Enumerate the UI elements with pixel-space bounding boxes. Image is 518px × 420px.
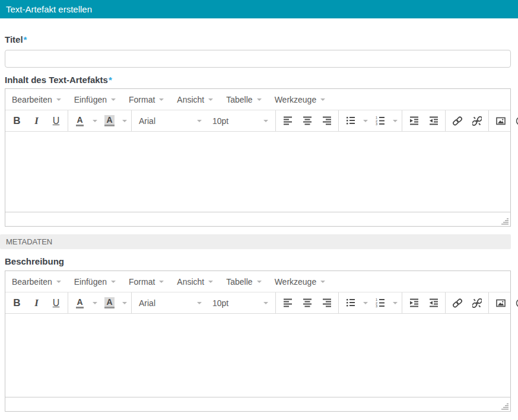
- align-left-icon: [283, 298, 293, 308]
- background-color-menu-button[interactable]: [119, 113, 129, 129]
- link-icon: [453, 116, 462, 126]
- numbered-list-menu-button[interactable]: [390, 113, 400, 129]
- font-family-select[interactable]: Arial: [134, 113, 207, 129]
- chevron-down-icon: [320, 281, 325, 283]
- emoticons-button[interactable]: [510, 113, 518, 129]
- align-right-icon: [322, 298, 332, 308]
- numbered-list-button[interactable]: [370, 113, 390, 129]
- text-color-icon: A: [76, 116, 83, 126]
- menu-ansicht[interactable]: Ansicht: [171, 89, 221, 110]
- align-left-icon: [283, 116, 293, 126]
- resize-grip-icon[interactable]: [501, 218, 509, 225]
- insert-image-button[interactable]: [491, 113, 510, 129]
- resize-grip-icon[interactable]: [501, 403, 509, 410]
- indent-button[interactable]: [404, 113, 424, 129]
- smiley-icon: [516, 116, 518, 126]
- image-icon: [496, 298, 506, 308]
- underline-icon: U: [53, 298, 60, 308]
- chevron-down-icon: [257, 98, 262, 101]
- align-right-button[interactable]: [317, 295, 336, 311]
- beschreibung-label: Beschreibung: [5, 256, 511, 266]
- align-left-button[interactable]: [278, 295, 297, 311]
- chevron-down-icon: [393, 120, 398, 122]
- insert-link-button[interactable]: [447, 295, 467, 311]
- background-color-button[interactable]: A: [100, 295, 119, 311]
- menu-format[interactable]: Format: [123, 89, 171, 110]
- numbered-list-button[interactable]: [370, 295, 390, 311]
- menu-format[interactable]: Format: [123, 271, 171, 292]
- remove-link-button[interactable]: [467, 113, 487, 129]
- italic-icon: I: [34, 115, 39, 127]
- image-icon: [496, 116, 506, 126]
- chevron-down-icon: [393, 302, 398, 304]
- bullet-list-button[interactable]: [341, 113, 360, 129]
- chevron-down-icon: [363, 302, 368, 304]
- text-color-menu-button[interactable]: [90, 113, 100, 129]
- font-family-select[interactable]: Arial: [134, 295, 207, 311]
- align-right-button[interactable]: [317, 113, 336, 129]
- align-left-button[interactable]: [278, 113, 297, 129]
- font-size-select[interactable]: 10pt: [207, 113, 274, 129]
- text-color-button[interactable]: A: [70, 295, 90, 311]
- menu-bearbeiten[interactable]: Bearbeiten: [7, 271, 69, 292]
- numbered-list-icon: [376, 116, 385, 126]
- menu-einfuegen[interactable]: Einfügen: [69, 271, 123, 292]
- align-center-icon: [303, 116, 312, 126]
- indent-button[interactable]: [404, 295, 424, 311]
- insert-image-button[interactable]: [491, 295, 510, 311]
- emoticons-button[interactable]: [510, 295, 518, 311]
- outdent-button[interactable]: [424, 295, 443, 311]
- editor-statusbar: [5, 397, 510, 411]
- inhalt-edit-area[interactable]: [5, 132, 510, 212]
- link-icon: [453, 298, 462, 308]
- form-content: Titel* Inhalt des Text-Artefakts* Bearbe…: [0, 34, 518, 412]
- menu-bearbeiten[interactable]: Bearbeiten: [7, 89, 69, 110]
- background-color-menu-button[interactable]: [119, 295, 129, 311]
- indent-icon: [409, 116, 419, 126]
- editor-toolbar: B I U A A Arial 10pt: [5, 110, 510, 132]
- menu-ansicht[interactable]: Ansicht: [171, 271, 221, 292]
- align-center-button[interactable]: [297, 113, 317, 129]
- outdent-icon: [429, 298, 438, 308]
- bullet-list-menu-button[interactable]: [360, 113, 370, 129]
- chevron-down-icon: [208, 98, 213, 101]
- background-color-icon: A: [104, 297, 114, 308]
- menu-tabelle[interactable]: Tabelle: [221, 89, 269, 110]
- chevron-down-icon: [363, 120, 368, 122]
- bold-button[interactable]: B: [7, 113, 27, 129]
- remove-link-button[interactable]: [467, 295, 487, 311]
- chevron-down-icon: [111, 98, 116, 101]
- bullet-list-menu-button[interactable]: [360, 295, 370, 311]
- numbered-list-menu-button[interactable]: [390, 295, 400, 311]
- titel-input[interactable]: [5, 50, 511, 68]
- outdent-button[interactable]: [424, 113, 443, 129]
- bullet-list-icon: [346, 298, 355, 308]
- align-center-button[interactable]: [297, 295, 317, 311]
- background-color-button[interactable]: A: [100, 113, 119, 129]
- menu-werkzeuge[interactable]: Werkzeuge: [269, 89, 333, 110]
- chevron-down-icon: [56, 98, 61, 101]
- editor-menubar: Bearbeiten Einfügen Format Ansicht Tabel…: [5, 89, 510, 110]
- menu-einfuegen[interactable]: Einfügen: [69, 89, 123, 110]
- chevron-down-icon: [263, 302, 268, 304]
- chevron-down-icon: [197, 302, 202, 304]
- underline-button[interactable]: U: [46, 295, 66, 311]
- italic-button[interactable]: I: [27, 295, 46, 311]
- italic-button[interactable]: I: [27, 113, 46, 129]
- unlink-icon: [472, 298, 482, 308]
- numbered-list-icon: [376, 298, 385, 308]
- bold-button[interactable]: B: [7, 295, 27, 311]
- bullet-list-button[interactable]: [341, 295, 360, 311]
- text-color-button[interactable]: A: [70, 113, 90, 129]
- richtext-editor-beschreibung: Bearbeiten Einfügen Format Ansicht Tabel…: [5, 271, 511, 412]
- menu-werkzeuge[interactable]: Werkzeuge: [269, 271, 333, 292]
- italic-icon: I: [34, 297, 39, 309]
- bold-icon: B: [13, 115, 20, 127]
- beschreibung-edit-area[interactable]: [5, 314, 510, 397]
- insert-link-button[interactable]: [447, 113, 467, 129]
- underline-button[interactable]: U: [46, 113, 66, 129]
- menu-tabelle[interactable]: Tabelle: [221, 271, 269, 292]
- font-size-select[interactable]: 10pt: [207, 295, 274, 311]
- text-color-menu-button[interactable]: [90, 295, 100, 311]
- editor-statusbar: [5, 212, 510, 226]
